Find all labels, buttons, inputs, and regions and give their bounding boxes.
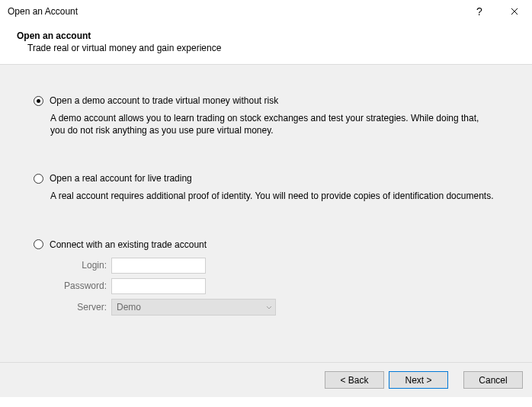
back-button[interactable]: < Back (325, 371, 384, 389)
next-button[interactable]: Next > (389, 371, 448, 389)
wizard-footer: < Back Next > Cancel (0, 362, 532, 397)
option-existing-row[interactable]: Connect with an existing trade account (34, 239, 509, 250)
option-real-title: Open a real account for live trading (50, 173, 192, 184)
password-input[interactable] (111, 278, 206, 294)
option-real-desc: A real account requires additional proof… (50, 190, 494, 202)
close-icon (511, 8, 518, 15)
help-button[interactable]: ? (462, 0, 497, 23)
chevron-down-icon (266, 302, 272, 312)
password-label: Password: (56, 280, 107, 291)
radio-demo[interactable] (34, 96, 43, 106)
login-input[interactable] (111, 258, 206, 274)
option-demo-title: Open a demo account to trade virtual mon… (50, 95, 278, 106)
wizard-header: Open an account Trade real or virtual mo… (0, 23, 532, 64)
option-real: Open a real account for live trading A r… (34, 173, 509, 202)
login-label: Login: (56, 260, 107, 271)
option-existing-title: Connect with an existing trade account (50, 239, 207, 250)
option-existing: Connect with an existing trade account L… (34, 239, 509, 316)
radio-real[interactable] (34, 174, 43, 184)
close-button[interactable] (497, 0, 532, 23)
titlebar: Open an Account ? (0, 0, 532, 23)
server-select[interactable]: Demo (111, 299, 276, 316)
cancel-button[interactable]: Cancel (463, 371, 523, 389)
existing-fields: Login: Password: Server: Demo (56, 258, 509, 316)
server-value: Demo (117, 302, 266, 312)
content-area: Open a demo account to trade virtual mon… (0, 65, 532, 362)
option-real-row[interactable]: Open a real account for live trading (34, 173, 509, 184)
login-row: Login: (56, 258, 509, 274)
header-title: Open an account (17, 30, 515, 41)
window-title: Open an Account (8, 6, 462, 17)
password-row: Password: (56, 278, 509, 294)
option-demo-row[interactable]: Open a demo account to trade virtual mon… (34, 95, 509, 106)
server-label: Server: (56, 302, 107, 312)
help-icon: ? (476, 5, 482, 18)
server-row: Server: Demo (56, 299, 509, 316)
radio-existing[interactable] (34, 239, 43, 249)
option-demo-desc: A demo account allows you to learn tradi… (50, 112, 494, 136)
option-demo: Open a demo account to trade virtual mon… (34, 95, 509, 136)
header-subtitle: Trade real or virtual money and gain exp… (17, 43, 515, 53)
